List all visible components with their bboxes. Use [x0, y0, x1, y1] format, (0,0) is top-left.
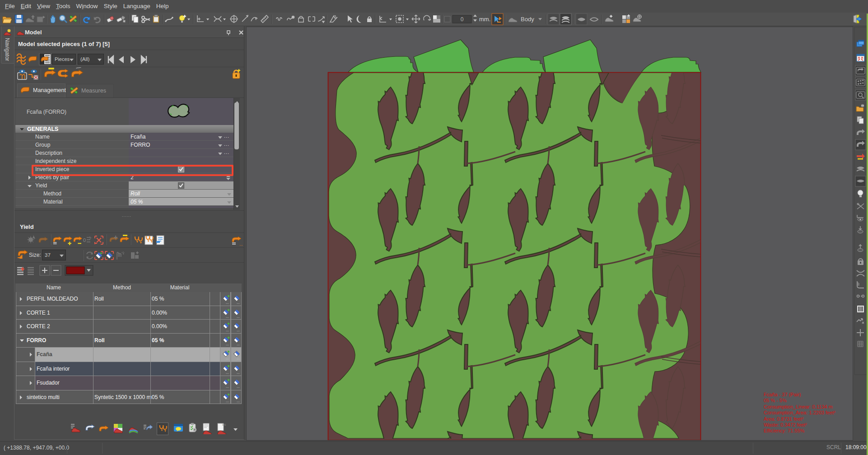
svg-text:Consumption_Linear: 0.1134 m: Consumption_Linear: 0.1134 m	[764, 404, 833, 409]
svg-text:Area: 0.8731 feet²: Area: 0.8731 feet²	[764, 416, 803, 422]
svg-text:Consumption_Area: 1.2203 feet²: Consumption_Area: 1.2203 feet²	[764, 410, 835, 415]
svg-text:Fcaña - 37 (Pair): Fcaña - 37 (Pair)	[764, 392, 801, 397]
svg-text:DS: DS	[222, 423, 226, 426]
svg-text:05 % - 5%: 05 % - 5%	[764, 398, 787, 403]
svg-text:Efficiency: 71.55%: Efficiency: 71.55%	[764, 428, 805, 433]
svg-text:Waste: 0.3472 feet²: Waste: 0.3472 feet²	[764, 422, 807, 427]
svg-text:0: 0	[461, 16, 464, 23]
svg-text:mm.: mm.	[479, 16, 490, 23]
svg-text:Body: Body	[521, 16, 534, 23]
